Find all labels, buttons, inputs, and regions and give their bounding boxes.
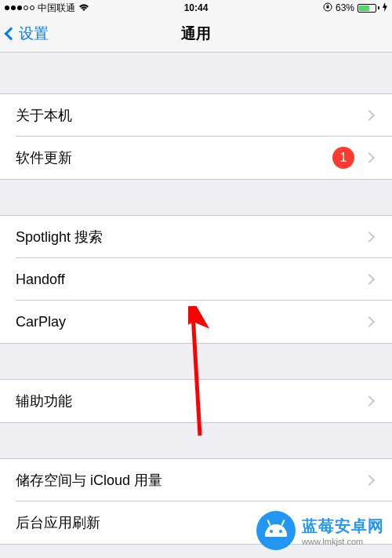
battery-percent: 63%	[336, 2, 354, 13]
carrier-label: 中国联通	[38, 2, 75, 15]
settings-group: Spotlight 搜索 Handoff CarPlay	[0, 215, 392, 344]
row-label: Handoff	[16, 272, 365, 288]
row-label: CarPlay	[16, 314, 365, 330]
back-button[interactable]: 设置	[0, 24, 49, 44]
chevron-right-icon	[364, 274, 375, 285]
status-time: 10:44	[184, 2, 209, 13]
back-label: 设置	[19, 24, 49, 44]
orientation-lock-icon	[323, 2, 332, 13]
row-software-update[interactable]: 软件更新 1	[0, 137, 392, 179]
chevron-right-icon	[364, 110, 375, 121]
watermark: 蓝莓安卓网 www.lmkjst.com	[256, 511, 384, 550]
battery-icon	[358, 4, 379, 13]
watermark-url: www.lmkjst.com	[302, 537, 363, 546]
chevron-right-icon	[364, 396, 375, 407]
row-handoff[interactable]: Handoff	[0, 258, 392, 301]
row-label: Spotlight 搜索	[16, 228, 365, 246]
row-label: 辅助功能	[16, 392, 365, 410]
row-label: 储存空间与 iCloud 用量	[16, 471, 365, 490]
svg-rect-1	[326, 6, 328, 9]
notification-badge: 1	[332, 147, 354, 169]
page-title: 通用	[181, 24, 211, 44]
charging-icon	[383, 2, 387, 14]
row-carplay[interactable]: CarPlay	[0, 301, 392, 343]
settings-group: 辅助功能	[0, 379, 392, 423]
row-spotlight[interactable]: Spotlight 搜索	[0, 216, 392, 258]
signal-strength-icon	[5, 5, 34, 10]
nav-bar: 设置 通用	[0, 16, 392, 53]
chevron-right-icon	[364, 316, 375, 327]
chevron-right-icon	[364, 475, 375, 486]
status-right: 63%	[323, 2, 387, 14]
chevron-left-icon	[5, 27, 18, 41]
row-label: 软件更新	[16, 148, 332, 167]
row-accessibility[interactable]: 辅助功能	[0, 380, 392, 422]
chevron-right-icon	[364, 232, 375, 243]
status-left: 中国联通	[5, 2, 89, 15]
chevron-right-icon	[364, 152, 375, 163]
settings-group: 关于本机 软件更新 1	[0, 93, 392, 180]
status-bar: 中国联通 10:44 63%	[0, 0, 392, 16]
wifi-icon	[78, 3, 89, 13]
row-label: 关于本机	[16, 106, 365, 125]
watermark-logo-icon	[256, 511, 296, 550]
row-about[interactable]: 关于本机	[0, 94, 392, 137]
row-storage-icloud[interactable]: 储存空间与 iCloud 用量	[0, 459, 392, 501]
watermark-title: 蓝莓安卓网	[302, 516, 384, 537]
